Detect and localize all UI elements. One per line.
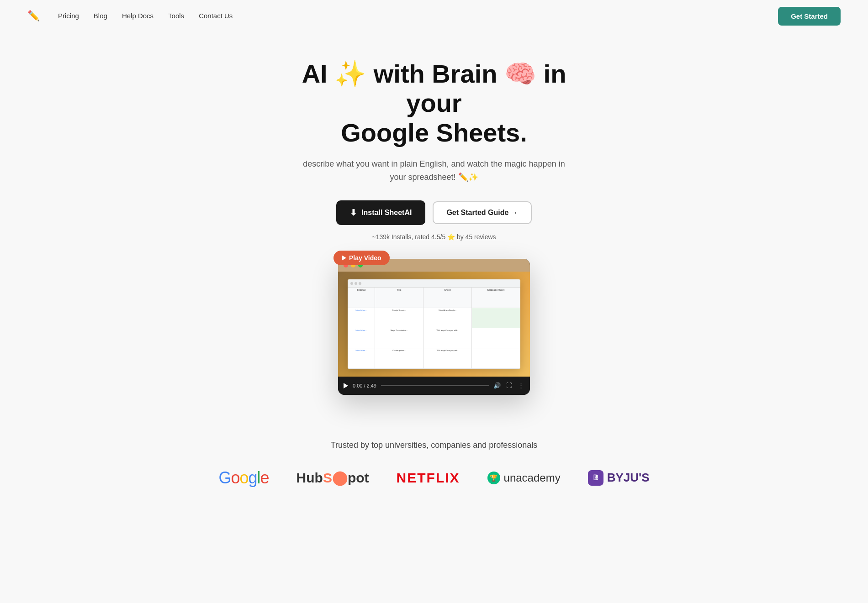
g-letter-l: l [257,468,260,487]
cell-2-4 [472,328,520,348]
hero-section: AI ✨ with Brain 🧠 in your Google Sheets.… [0,32,868,413]
hero-subtitle: describe what you want in plain English,… [302,157,566,184]
unacademy-text: unacademy [504,472,561,484]
g-letter-g: G [218,468,231,487]
nav-link-contact-us[interactable]: Contact Us [199,12,233,20]
nav-item-pricing: Pricing [58,12,79,20]
sheet-body: SheetAI Title Sheet Sarcastic Tweet http… [348,288,520,369]
cell-3-4 [472,348,520,368]
unacademy-icon: 🏆 [487,472,500,484]
toolbar-dot-1 [350,282,353,285]
nav-item-blog: Blog [94,12,107,20]
video-controls: 0:00 / 2:49 🔊 ⛶ ⋮ [338,377,530,395]
video-more-icon[interactable]: ⋮ [517,382,524,389]
play-badge-label: Play Video [349,254,381,262]
hubspot-dot: ⬤ [332,470,348,485]
hubspot-text-spot: S [323,470,332,485]
get-started-button[interactable]: Get Started [778,7,841,26]
cell-3-1: https://shee... [348,348,375,368]
hero-rating: ~139k Installs, rated 4.5/5 ⭐ by 45 revi… [372,233,496,241]
hero-title-line1: AI ✨ with Brain 🧠 in your [302,59,566,117]
cell-header-1: SheetAI [348,288,375,308]
sheet-toolbar [348,279,520,288]
video-volume-icon[interactable]: 🔊 [493,382,501,389]
nav-item-contact-us: Contact Us [199,12,233,20]
video-fullscreen-icon[interactable]: ⛶ [505,382,513,389]
video-time: 0:00 / 2:49 [353,383,376,388]
hubspot-text-hub: Hub [296,470,323,485]
cell-1-2: Google Sheets... [375,308,423,328]
google-logo: Google [218,468,269,488]
byjus-text: BYJU'S [607,471,650,485]
logos-row: Google HubS⬤pot NETFLIX 🏆 unacademy 𝔹 BY… [18,468,850,488]
hero-title: AI ✨ with Brain 🧠 in your Google Sheets. [274,59,594,147]
navbar: ✏️ Pricing Blog Help Docs Tools Contact … [0,0,868,32]
cell-3-2: Create quotes... [375,348,423,368]
download-icon: ⬇ [350,208,357,218]
byjus-logo: 𝔹 BYJU'S [588,470,650,486]
byjus-icon: 𝔹 [588,470,603,486]
play-triangle-icon [342,255,346,261]
video-frame: SheetAI Title Sheet Sarcastic Tweet http… [338,259,530,395]
nav-links: Pricing Blog Help Docs Tools Contact Us [58,12,233,20]
guide-button[interactable]: Get Started Guide → [433,201,531,224]
play-badge[interactable]: Play Video [333,251,390,265]
cell-2-2: Magic Presentation... [375,328,423,348]
toolbar-dot-3 [359,282,361,285]
nav-link-blog[interactable]: Blog [94,12,107,20]
trust-title: Trusted by top universities, companies a… [18,440,850,450]
nav-link-tools[interactable]: Tools [168,12,184,20]
hero-title-line2: Google Sheets. [341,118,527,147]
logo[interactable]: ✏️ [27,10,40,22]
toolbar-dot-2 [355,282,357,285]
hubspot-logo: HubS⬤pot [296,470,369,486]
cell-1-4 [472,308,520,328]
cell-1-3: SheetAI is a Google... [423,308,472,328]
guide-button-label: Get Started Guide → [446,209,518,217]
cell-header-3: Sheet [423,288,472,308]
nav-link-help-docs[interactable]: Help Docs [122,12,153,20]
video-play-icon[interactable] [344,383,348,388]
cell-2-1: https://shee... [348,328,375,348]
install-button[interactable]: ⬇ Install SheetAI [336,200,425,225]
nav-item-help-docs: Help Docs [122,12,153,20]
nav-item-tools: Tools [168,12,184,20]
install-button-label: Install SheetAI [361,209,412,217]
g-letter-e: e [260,468,269,487]
video-wrapper: Play Video SheetAI Title [338,259,530,395]
g-letter-o2: o [240,468,249,487]
g-letter-o1: o [231,468,239,487]
cell-2-3: With MagicForm you add... [423,328,472,348]
netflix-logo: NETFLIX [397,470,460,486]
trust-section: Trusted by top universities, companies a… [0,413,868,506]
cell-header-4: Sarcastic Tweet [472,288,520,308]
video-content: SheetAI Title Sheet Sarcastic Tweet http… [338,272,530,377]
spreadsheet-mock: SheetAI Title Sheet Sarcastic Tweet http… [348,279,520,369]
cell-header-2: Title [375,288,423,308]
hubspot-text-pot: pot [348,470,369,485]
g-letter-g2: g [249,468,257,487]
unacademy-logo: 🏆 unacademy [487,472,561,484]
video-progress-bar[interactable] [381,385,489,386]
hero-buttons: ⬇ Install SheetAI Get Started Guide → [336,200,532,225]
cell-1-1: https://shee... [348,308,375,328]
nav-left: ✏️ Pricing Blog Help Docs Tools Contact … [27,10,233,22]
nav-link-pricing[interactable]: Pricing [58,12,79,20]
cell-3-3: With MagicForm you just... [423,348,472,368]
